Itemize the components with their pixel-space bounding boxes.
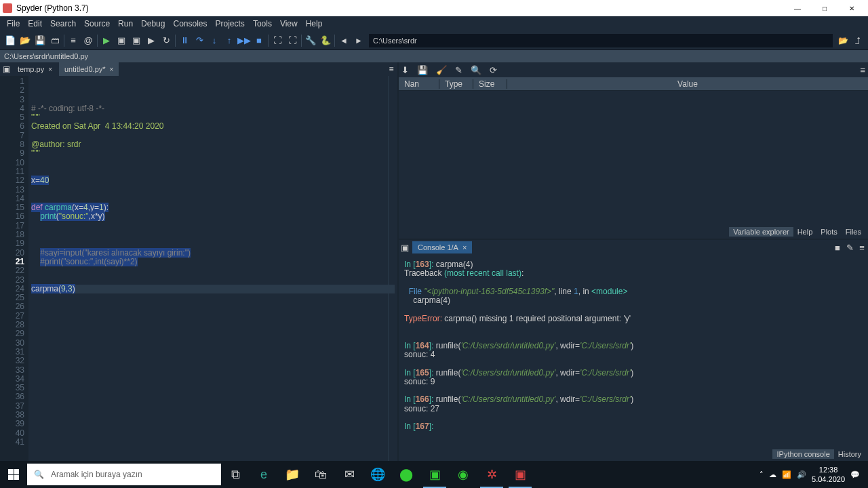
right-pane: ⬇ 💾 🧹 ✎ 🔍 ⟳ ≡ Nan Type Size Value Variab… bbox=[399, 62, 868, 461]
refresh-once-icon[interactable]: 🧹 bbox=[436, 65, 447, 75]
menu-source[interactable]: Source bbox=[80, 19, 114, 28]
menubar: FileEditSearchSourceRunDebugConsolesProj… bbox=[0, 16, 868, 31]
menu-search[interactable]: Search bbox=[46, 19, 80, 28]
spyder-taskbar-icon[interactable]: ✲ bbox=[477, 461, 506, 488]
editor-body[interactable]: 1234567891011121314151617181920212223242… bbox=[0, 76, 397, 474]
console-tab-label: Console 1/A bbox=[418, 243, 458, 251]
menu-projects[interactable]: Projects bbox=[212, 19, 249, 28]
onedrive-icon[interactable]: ☁ bbox=[769, 470, 776, 479]
recorder-icon[interactable]: ▣ bbox=[506, 461, 534, 488]
window-title: Spyder (Python 3.7) bbox=[16, 3, 784, 13]
parent-dir-icon[interactable]: ⮥ bbox=[850, 33, 865, 48]
close-button[interactable]: ✕ bbox=[838, 5, 865, 12]
stop-debug-icon[interactable]: ■ bbox=[252, 33, 267, 48]
console-options-icon[interactable]: ≡ bbox=[856, 243, 868, 253]
python-path-icon[interactable]: 🐍 bbox=[318, 33, 333, 48]
pane-options-icon[interactable]: ≡ bbox=[860, 65, 865, 75]
wifi-icon[interactable]: 📶 bbox=[782, 470, 791, 479]
notifications-icon[interactable]: 💬 bbox=[850, 470, 860, 479]
outline-icon[interactable]: ≡ bbox=[66, 33, 81, 48]
run-selection-icon[interactable]: ▶ bbox=[144, 33, 159, 48]
menu-file[interactable]: File bbox=[3, 19, 24, 28]
variable-body bbox=[399, 91, 868, 225]
var-tab[interactable]: Help bbox=[793, 227, 817, 237]
browse-tabs-icon[interactable]: ▣ bbox=[0, 64, 12, 74]
save-all-icon[interactable]: 🗃 bbox=[47, 33, 62, 48]
menu-edit[interactable]: Edit bbox=[24, 19, 46, 28]
camtasia-icon[interactable]: ▣ bbox=[420, 461, 449, 488]
browse-dir-icon[interactable]: 📂 bbox=[835, 33, 850, 48]
forward-icon[interactable]: ► bbox=[351, 33, 366, 48]
volume-icon[interactable]: 🔊 bbox=[797, 470, 806, 479]
save-data-icon[interactable]: 💾 bbox=[417, 65, 428, 75]
close-icon[interactable]: × bbox=[110, 66, 114, 73]
working-dir-input[interactable]: C:\Users\srdr bbox=[369, 34, 833, 47]
editor-tab[interactable]: untitled0.py*× bbox=[59, 62, 119, 76]
minimize-button[interactable]: — bbox=[784, 5, 811, 12]
step-over-icon[interactable]: ↷ bbox=[192, 33, 207, 48]
menu-view[interactable]: View bbox=[276, 19, 302, 28]
mail-icon[interactable]: ✉ bbox=[335, 461, 363, 488]
refresh-icon[interactable]: ⟳ bbox=[490, 65, 497, 75]
console-body[interactable]: In [163]: carpma(4)Traceback (most recen… bbox=[399, 255, 868, 447]
menu-consoles[interactable]: Consoles bbox=[169, 19, 211, 28]
fullscreen-icon[interactable]: ⛶ bbox=[285, 33, 300, 48]
step-out-icon[interactable]: ↑ bbox=[222, 33, 237, 48]
import-data-icon[interactable]: ⬇ bbox=[401, 65, 409, 75]
explorer-icon[interactable]: 📁 bbox=[278, 461, 307, 488]
code-area[interactable]: # -*- coding: utf-8 -*-"""Created on Sat… bbox=[28, 76, 397, 474]
new-file-icon[interactable]: 📄 bbox=[3, 33, 18, 48]
console-tab[interactable]: Console 1/A× bbox=[412, 241, 472, 253]
remove-all-icon[interactable]: ✎ bbox=[455, 65, 462, 75]
pane-options-icon[interactable]: ≡ bbox=[385, 64, 397, 74]
col-value[interactable]: Value bbox=[507, 79, 868, 89]
col-name[interactable]: Nan bbox=[399, 79, 439, 89]
line-gutter: 1234567891011121314151617181920212223242… bbox=[0, 76, 28, 474]
save-icon[interactable]: 💾 bbox=[33, 33, 47, 48]
run-cell-icon[interactable]: ▣ bbox=[114, 33, 129, 48]
close-icon[interactable]: × bbox=[48, 66, 52, 73]
run-cell-advance-icon[interactable]: ▣ bbox=[129, 33, 144, 48]
var-tab[interactable]: Files bbox=[842, 227, 865, 237]
console-bottom-tab[interactable]: History bbox=[834, 449, 865, 459]
maximize-pane-icon[interactable]: ⛶ bbox=[270, 33, 285, 48]
col-type[interactable]: Type bbox=[439, 79, 473, 89]
col-size[interactable]: Size bbox=[473, 79, 507, 89]
clock[interactable]: 12:38 5.04.2020 bbox=[812, 465, 845, 484]
interrupt-icon[interactable]: ■ bbox=[831, 243, 844, 253]
menu-debug[interactable]: Debug bbox=[137, 19, 169, 28]
chrome-icon[interactable]: 🌐 bbox=[363, 461, 392, 488]
task-view-icon[interactable]: ⧉ bbox=[221, 461, 250, 488]
windows-search-input[interactable]: 🔍 Aramak için buraya yazın bbox=[27, 464, 221, 485]
var-tab[interactable]: Variable explorer bbox=[729, 227, 793, 237]
app-icon[interactable]: ◉ bbox=[449, 461, 477, 488]
browse-console-tabs-icon[interactable]: ▣ bbox=[399, 243, 411, 253]
anaconda-icon[interactable]: ⬤ bbox=[392, 461, 420, 488]
editor-tab[interactable]: temp.py× bbox=[12, 62, 58, 76]
rerun-icon[interactable]: ↻ bbox=[159, 33, 174, 48]
tray-chevron-icon[interactable]: ˄ bbox=[760, 470, 764, 479]
open-file-icon[interactable]: 📂 bbox=[18, 33, 33, 48]
debug-icon[interactable]: ⏸ bbox=[177, 33, 192, 48]
step-into-icon[interactable]: ↓ bbox=[207, 33, 222, 48]
close-icon[interactable]: × bbox=[462, 243, 467, 251]
menu-run[interactable]: Run bbox=[114, 19, 137, 28]
var-tab[interactable]: Plots bbox=[816, 227, 841, 237]
start-button[interactable] bbox=[0, 461, 27, 488]
back-icon[interactable]: ◄ bbox=[336, 33, 351, 48]
editor-tab-bar: ▣ temp.py×untitled0.py*× ≡ bbox=[0, 62, 397, 76]
continue-icon[interactable]: ▶▶ bbox=[237, 33, 252, 48]
edge-icon[interactable]: e bbox=[250, 461, 278, 488]
menu-tools[interactable]: Tools bbox=[249, 19, 276, 28]
preferences-icon[interactable]: 🔧 bbox=[303, 33, 318, 48]
search-variable-icon[interactable]: 🔍 bbox=[471, 65, 481, 75]
maximize-button[interactable]: □ bbox=[811, 5, 838, 12]
run-icon[interactable]: ▶ bbox=[99, 33, 114, 48]
at-icon[interactable]: @ bbox=[81, 33, 96, 48]
console-bottom-tabs: IPython consoleHistory bbox=[399, 447, 868, 461]
console-bottom-tab[interactable]: IPython console bbox=[772, 449, 833, 459]
variable-tabs: Variable explorerHelpPlotsFiles bbox=[399, 225, 868, 239]
clear-icon[interactable]: ✎ bbox=[844, 243, 856, 253]
menu-help[interactable]: Help bbox=[302, 19, 327, 28]
store-icon[interactable]: 🛍 bbox=[307, 461, 335, 488]
